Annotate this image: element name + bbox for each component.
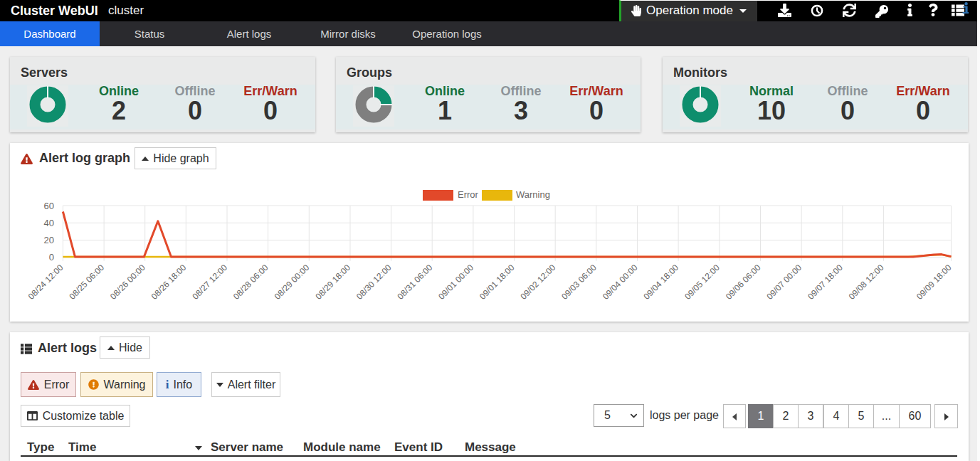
svg-text:09/08 12:00: 09/08 12:00 [847, 263, 886, 302]
svg-text:09/09 18:00: 09/09 18:00 [915, 263, 954, 302]
svg-text:08/26 18:00: 08/26 18:00 [149, 263, 189, 302]
svg-text:08/24 12:00: 08/24 12:00 [26, 263, 65, 302]
svg-text:09/05 12:00: 09/05 12:00 [683, 263, 722, 302]
svg-text:08/26 00:00: 08/26 00:00 [108, 263, 147, 302]
svg-text:09/03 06:00: 09/03 06:00 [559, 263, 599, 302]
svg-text:09/06 06:00: 09/06 06:00 [724, 263, 763, 302]
svg-text:60: 60 [44, 201, 54, 211]
svg-text:09/07 18:00: 09/07 18:00 [806, 263, 845, 302]
svg-text:0: 0 [49, 252, 54, 263]
svg-text:08/30 12:00: 08/30 12:00 [354, 263, 394, 302]
svg-text:09/01 00:00: 09/01 00:00 [436, 263, 475, 302]
svg-text:08/29 18:00: 08/29 18:00 [313, 263, 352, 302]
svg-text:08/31 06:00: 08/31 06:00 [396, 263, 435, 302]
svg-text:09/02 12:00: 09/02 12:00 [519, 263, 558, 302]
svg-text:09/01 18:00: 09/01 18:00 [478, 263, 517, 302]
svg-text:40: 40 [44, 218, 54, 228]
svg-text:08/27 12:00: 08/27 12:00 [190, 263, 229, 302]
svg-text:09/04 00:00: 09/04 00:00 [601, 263, 640, 302]
svg-text:09/04 18:00: 09/04 18:00 [641, 263, 680, 302]
svg-text:09/07 00:00: 09/07 00:00 [764, 263, 804, 302]
svg-text:08/25 06:00: 08/25 06:00 [67, 263, 106, 302]
svg-text:08/29 00:00: 08/29 00:00 [273, 263, 312, 302]
svg-text:20: 20 [44, 235, 54, 245]
svg-text:08/28 06:00: 08/28 06:00 [231, 263, 270, 302]
